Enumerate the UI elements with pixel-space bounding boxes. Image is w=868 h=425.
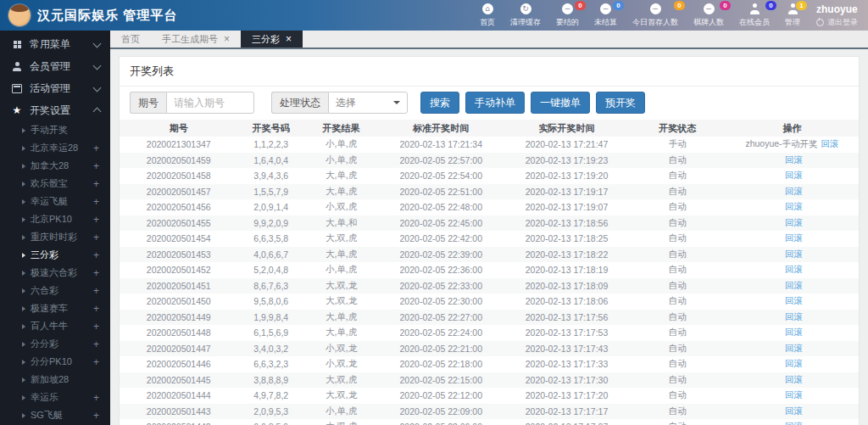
rollback-link[interactable]: 回滚: [785, 186, 803, 196]
close-icon[interactable]: ×: [286, 34, 292, 44]
sidebar-item[interactable]: 重庆时时彩+: [0, 228, 110, 246]
plus-icon[interactable]: +: [93, 322, 99, 332]
filter-bar: 期号 处理状态 选择 搜索手动补单一键撤单预开奖: [120, 87, 859, 120]
table-row: 20200205014591,6,4,0,4小,单,虎2020-02-05 22…: [120, 153, 859, 169]
sidebar-item[interactable]: 极速六合彩+: [0, 264, 110, 282]
header-nav-item-clear-cache[interactable]: ↻清理缓存: [503, 0, 548, 31]
rollback-link[interactable]: 回滚: [785, 249, 803, 259]
plus-icon[interactable]: +: [93, 339, 99, 350]
rollback-link[interactable]: 回滚: [785, 170, 803, 180]
rollback-link[interactable]: 回滚: [785, 389, 803, 400]
logout-button[interactable]: 退出登录: [816, 17, 858, 28]
search-button[interactable]: 搜索: [420, 92, 459, 114]
sidebar-item[interactable]: SG飞艇+: [0, 406, 110, 424]
cell-actual-time: 2020-02-13 17:18:09: [504, 278, 629, 294]
plus-icon[interactable]: +: [93, 304, 99, 314]
table-row: 20200205014562,0,9,1,4小,双,虎2020-02-05 22…: [120, 199, 859, 215]
sidebar-item[interactable]: 分分PK10+: [0, 353, 110, 371]
caret-right-icon: [22, 164, 25, 169]
sidebar-item[interactable]: 百人牛牛+: [0, 317, 110, 335]
plus-icon[interactable]: +: [93, 215, 99, 225]
sidebar-group-grid[interactable]: 常用菜单: [0, 33, 110, 55]
rollback-link[interactable]: 回滚: [785, 264, 803, 274]
table-row: 20200205014486,1,5,6,9大,单,虎2020-02-05 22…: [120, 325, 859, 341]
sidebar-item[interactable]: 幸运飞艇+: [0, 193, 110, 210]
status-label: 处理状态: [271, 92, 328, 114]
rollback-link[interactable]: 回滚: [785, 421, 803, 425]
cell-status: 自动: [630, 215, 726, 232]
plus-icon[interactable]: +: [93, 143, 99, 154]
sidebar-item[interactable]: 极速赛车+: [0, 299, 110, 317]
plus-icon[interactable]: +: [93, 268, 99, 278]
username[interactable]: zhuoyue: [816, 3, 858, 15]
header-nav-item-player-count[interactable]: −棋牌人数0: [686, 0, 732, 31]
status-select[interactable]: 选择: [328, 92, 408, 114]
close-icon[interactable]: ×: [224, 34, 230, 44]
plus-icon[interactable]: +: [93, 411, 99, 421]
header-nav-item-home[interactable]: ⌂首页: [472, 0, 503, 31]
rollback-link[interactable]: 回滚: [785, 280, 803, 290]
cell-numbers: 1,5,5,7,9: [238, 184, 304, 200]
sidebar-item[interactable]: 六合彩+: [0, 282, 110, 299]
plus-icon[interactable]: +: [93, 393, 99, 403]
sidebar-item[interactable]: 加拿大28+: [0, 157, 110, 175]
plus-icon[interactable]: +: [93, 357, 99, 367]
rollback-link[interactable]: 回滚: [785, 327, 803, 337]
plus-icon[interactable]: +: [93, 161, 99, 171]
rollback-link[interactable]: 回滚: [785, 374, 803, 384]
header-nav-item-online-members[interactable]: 在线会员0: [732, 0, 777, 31]
logout-label: 退出登录: [827, 17, 858, 28]
cell-issue: 2020020501446: [120, 356, 238, 372]
sidebar-group-star[interactable]: ★开奖设置: [0, 99, 110, 121]
rollback-link[interactable]: 回滚: [785, 295, 803, 305]
tab-首页[interactable]: 首页: [110, 31, 151, 48]
chevron-up-icon: [93, 108, 102, 116]
plus-icon[interactable]: +: [93, 179, 99, 189]
cell-status: 自动: [630, 184, 726, 200]
caret-right-icon: [22, 360, 25, 365]
header-nav-item-admin[interactable]: 管理1: [777, 0, 808, 31]
one-key-cancel-button[interactable]: 一键撤单: [531, 92, 590, 114]
cell-issue: 2020020501455: [120, 215, 238, 232]
rollback-link[interactable]: 回滚: [785, 311, 803, 322]
sidebar-item[interactable]: 欢乐骰宝+: [0, 175, 110, 193]
rollback-link[interactable]: 回滚: [821, 138, 839, 148]
header-nav-item-pending-settle[interactable]: −要结的0: [548, 0, 587, 31]
sidebar-group-activity[interactable]: 活动管理: [0, 77, 110, 99]
cell-issue: 2020020501442: [120, 419, 238, 425]
plus-icon[interactable]: +: [93, 250, 99, 260]
caret-right-icon: [22, 235, 25, 240]
nav-item-label: 棋牌人数: [693, 17, 724, 28]
header-nav-item-today-first-deposit[interactable]: −今日首存人数0: [625, 0, 686, 31]
tab-三分彩[interactable]: 三分彩×: [241, 31, 303, 48]
rollback-link[interactable]: 回滚: [785, 358, 803, 368]
rollback-link[interactable]: 回滚: [785, 201, 803, 211]
tab-手工生成期号[interactable]: 手工生成期号×: [151, 31, 241, 48]
plus-icon[interactable]: +: [93, 232, 99, 243]
plus-icon[interactable]: +: [93, 197, 99, 207]
sidebar-item[interactable]: 新加坡28: [0, 371, 110, 389]
sidebar-group-label: 活动管理: [30, 81, 70, 96]
avatar[interactable]: [8, 4, 31, 26]
cell-actual-time: 2020-02-13 17:18:22: [504, 247, 629, 263]
sidebar-item[interactable]: 分分彩+: [0, 335, 110, 353]
rollback-link[interactable]: 回滚: [785, 232, 803, 243]
manual-supplement-button[interactable]: 手动补单: [465, 92, 525, 114]
rollback-link[interactable]: 回滚: [785, 154, 803, 165]
header-nav-item-unsettled[interactable]: −未结算0: [587, 0, 625, 31]
pre-draw-button[interactable]: 预开奖: [596, 92, 645, 114]
rollback-link[interactable]: 回滚: [785, 405, 803, 416]
issue-input[interactable]: [166, 92, 254, 114]
sidebar-item[interactable]: 三分彩+: [0, 246, 110, 264]
plus-icon[interactable]: +: [93, 286, 99, 296]
rollback-link[interactable]: 回滚: [785, 343, 803, 353]
sidebar-group-member[interactable]: 会员管理: [0, 55, 110, 77]
sidebar-item[interactable]: 北京幸运28+: [0, 139, 110, 157]
sidebar-item[interactable]: 北京PK10+: [0, 210, 110, 228]
rollback-link[interactable]: 回滚: [785, 217, 803, 227]
sidebar-item[interactable]: 手动开奖: [0, 121, 110, 139]
cell-actual-time: 2020-02-13 17:19:20: [504, 168, 629, 184]
sidebar-item[interactable]: 幸运乐+: [0, 389, 110, 406]
draw-table: 期号开奖号码开奖结果标准开奖时间实际开奖时间开奖状态操作 20200213013…: [120, 120, 859, 425]
sidebar-item-label: 极速六合彩: [31, 266, 77, 279]
